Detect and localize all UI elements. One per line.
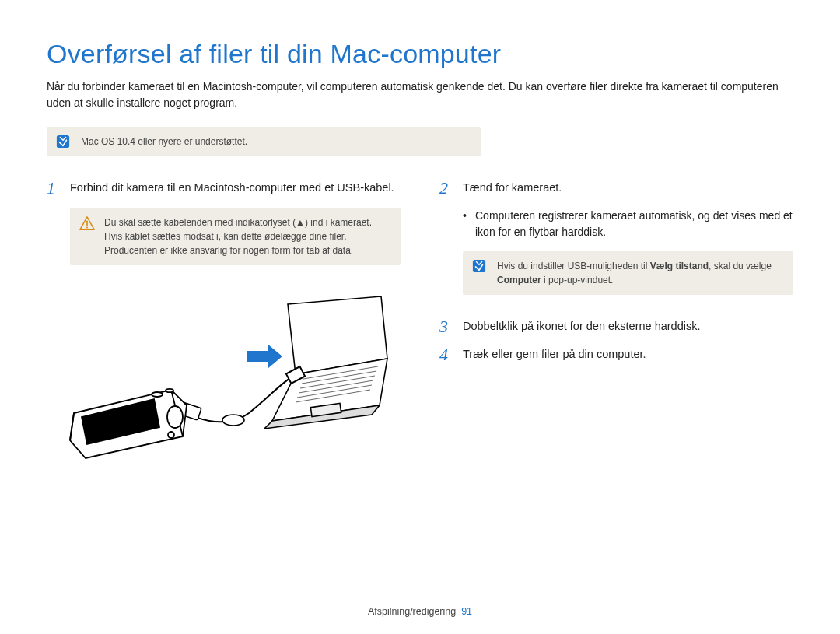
footer-section: Afspilning/redigering bbox=[368, 606, 456, 617]
note-bold-2: Computer bbox=[497, 275, 541, 285]
step-1: 1 Forbind dit kamera til en Macintosh-co… bbox=[47, 180, 401, 197]
step-2-text: Tænd for kameraet. bbox=[463, 180, 562, 197]
step-4-text: Træk eller gem filer på din computer. bbox=[463, 346, 646, 363]
connection-figure bbox=[54, 289, 401, 471]
svg-point-3 bbox=[86, 226, 88, 228]
os-support-note: Mac OS 10.4 eller nyere er understøttet. bbox=[47, 127, 481, 156]
bullet-dot-icon: • bbox=[463, 208, 469, 240]
step-2-bullet: • Computeren registrerer kameraet automa… bbox=[463, 208, 793, 240]
step-2: 2 Tænd for kameraet. bbox=[439, 180, 793, 197]
step-2-bullet-text: Computeren registrerer kameraet automati… bbox=[475, 208, 793, 240]
svg-point-16 bbox=[167, 406, 183, 428]
step-3: 3 Dobbeltklik på ikonet for den eksterne… bbox=[439, 318, 793, 335]
usb-mode-note: Hvis du indstiller USB-muligheden til Væ… bbox=[463, 251, 793, 295]
svg-point-17 bbox=[152, 392, 163, 397]
usb-mode-text: Hvis du indstiller USB-muligheden til Væ… bbox=[497, 261, 772, 285]
right-column: 2 Tænd for kameraet. • Computeren regist… bbox=[439, 180, 793, 471]
page-number: 91 bbox=[461, 606, 472, 617]
step-number: 3 bbox=[439, 318, 455, 335]
svg-point-19 bbox=[168, 432, 174, 438]
cable-warning-text: Du skal sætte kabelenden med indikatorly… bbox=[104, 217, 372, 256]
note-pre: Hvis du indstiller USB-muligheden til bbox=[497, 261, 650, 271]
step-4: 4 Træk eller gem filer på din computer. bbox=[439, 346, 793, 363]
left-column: 1 Forbind dit kamera til en Macintosh-co… bbox=[47, 180, 401, 471]
laptop-icon bbox=[264, 296, 387, 429]
step-1-text: Forbind dit kamera til en Macintosh-comp… bbox=[70, 180, 394, 197]
svg-point-13 bbox=[222, 415, 244, 426]
svg-marker-4 bbox=[247, 345, 282, 368]
step-number: 1 bbox=[47, 180, 62, 197]
intro-paragraph: Når du forbinder kameraet til en Macinto… bbox=[47, 79, 793, 111]
page-title: Overførsel af filer til din Mac-computer bbox=[47, 39, 793, 69]
step-number: 2 bbox=[439, 180, 455, 197]
note-icon bbox=[56, 135, 70, 149]
camera-icon bbox=[70, 389, 187, 458]
note-bold-1: Vælg tilstand bbox=[650, 261, 709, 271]
note-post: i pop-up-vinduet. bbox=[541, 275, 614, 285]
arrow-icon bbox=[247, 345, 282, 368]
page-footer: Afspilning/redigering 91 bbox=[0, 606, 840, 617]
svg-point-18 bbox=[166, 389, 173, 392]
note-icon bbox=[472, 259, 486, 273]
warning-icon bbox=[79, 215, 93, 229]
cable-warning-note: Du skal sætte kabelenden med indikatorly… bbox=[70, 208, 401, 265]
os-support-text: Mac OS 10.4 eller nyere er understøttet. bbox=[81, 136, 247, 147]
step-number: 4 bbox=[439, 346, 455, 363]
step-3-text: Dobbeltklik på ikonet for den eksterne h… bbox=[463, 318, 700, 335]
note-mid: , skal du vælge bbox=[709, 261, 772, 271]
